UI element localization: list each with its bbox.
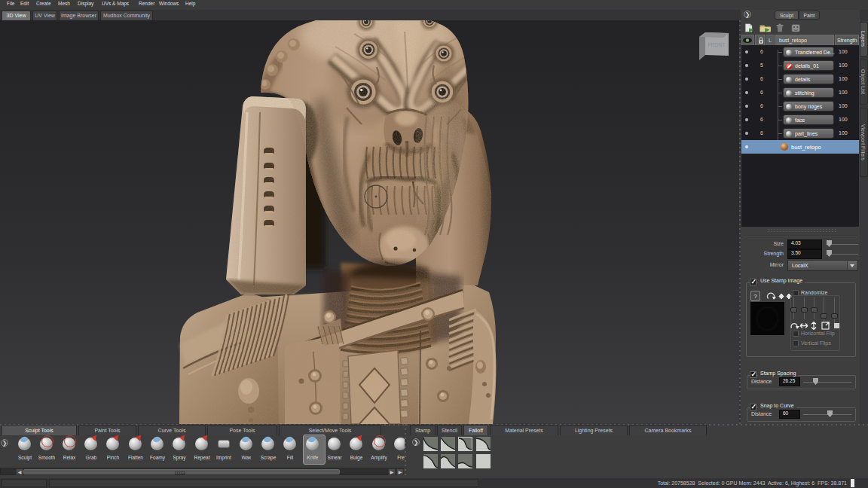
svg-text:FRONT: FRONT <box>708 42 725 47</box>
